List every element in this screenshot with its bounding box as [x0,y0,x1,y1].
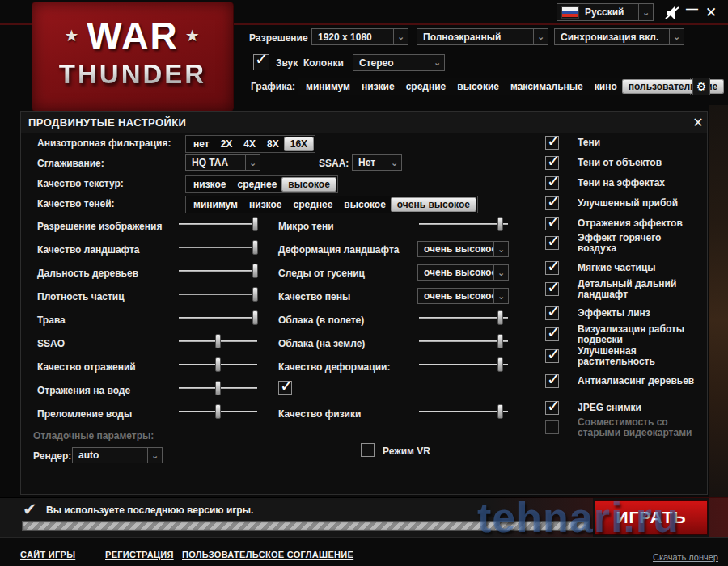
improved-surf-checkbox[interactable] [545,196,559,210]
user-agreement-link[interactable]: ПОЛЬЗОВАТЕЛЬСКОЕ СОГЛАШЕНИЕ [182,550,353,560]
landscape-quality-slider[interactable] [179,240,257,255]
checkbox-label[interactable]: Эффект горячего воздуха [578,233,697,254]
texture-quality-control: низкое среднее высокое [185,175,338,193]
play-button[interactable]: ИГРАТЬ [595,500,708,535]
mute-sound-icon[interactable] [664,5,680,21]
grass-slider[interactable] [179,310,257,325]
slider-handle[interactable] [252,217,258,231]
shadow-option[interactable]: минимум [188,198,243,211]
render-select[interactable]: auto ⌄ [72,447,163,463]
land-deformation-select[interactable]: очень высокое ⌄ [417,241,509,257]
checkbox-label[interactable]: Тени на эффектах [578,178,705,188]
preset-option[interactable]: средние [400,80,452,93]
suspension-visualization-checkbox[interactable] [545,327,559,341]
slider-handle[interactable] [215,381,221,395]
effect-reflections-checkbox[interactable] [545,217,559,230]
checkbox-label[interactable]: Антиалиасинг деревьев [578,376,713,386]
checkbox-label[interactable]: Тени от объектов [578,158,705,168]
track-marks-select[interactable]: очень высокое ⌄ [417,264,509,281]
download-launcher-link[interactable]: Скачать лончер [653,552,718,562]
slider-handle[interactable] [497,334,503,348]
checkbox-label[interactable]: Улучшенный прибой [578,198,705,209]
ssaa-select[interactable]: Нет ⌄ [352,154,402,171]
texture-option-selected[interactable]: высокое [282,178,335,191]
checkbox-label[interactable]: Визуализация работы подвески [578,324,697,345]
improved-vegetation-checkbox[interactable] [545,349,559,363]
foam-quality-select[interactable]: очень высокое ⌄ [417,288,509,304]
slider-handle[interactable] [252,240,258,255]
anisotropy-option-selected[interactable]: 16X [285,137,313,150]
checkbox-label[interactable]: Тени [578,137,705,148]
preset-option[interactable]: высокие [451,80,505,93]
game-site-link[interactable]: САЙТ ИГРЫ [20,550,75,560]
slider-handle[interactable] [497,404,503,419]
shadow-option[interactable]: низкое [243,198,287,211]
checkbox-label[interactable]: Мягкие частицы [578,263,705,273]
shadow-option[interactable]: среднее [287,198,338,211]
sound-checkbox[interactable] [253,54,269,70]
resolution-label: Разрешение [249,32,308,44]
effect-shadows-checkbox[interactable] [545,176,559,190]
speakers-select[interactable]: Стерео ⌄ [353,54,445,71]
old-gpu-compatibility-checkbox[interactable] [545,420,559,434]
resolution-select[interactable]: 1920 x 1080 ⌄ [311,28,408,45]
particle-density-slider[interactable] [179,287,257,302]
preset-option[interactable]: максимальные [505,80,589,93]
checkbox-label[interactable]: Улучшенная растительность [578,346,697,367]
unnamed-mid-checkbox[interactable] [278,381,292,395]
reflection-quality-slider[interactable] [179,357,257,372]
slider-handle[interactable] [497,310,503,325]
language-select[interactable]: Русский ⌄ [557,3,654,21]
hot-air-effect-checkbox[interactable] [545,236,559,250]
antialiasing-select[interactable]: HQ TAA ⌄ [185,154,260,171]
preset-option[interactable]: низкие [356,80,400,93]
preset-option[interactable]: минимум [300,80,356,93]
texture-option[interactable]: среднее [231,178,282,191]
close-button[interactable]: ✕ [705,4,717,21]
anisotropy-option[interactable]: 8X [261,137,285,150]
anisotropy-option[interactable]: 2X [215,137,239,150]
slider-handle[interactable] [215,334,221,348]
detailed-distant-landscape-checkbox[interactable] [545,282,559,296]
slider-handle[interactable] [252,310,258,325]
checkbox-label[interactable]: Эффекты линз [578,308,705,319]
checkbox-label[interactable]: Детальный дальний ландшафт [578,279,697,300]
shadow-option-selected[interactable]: очень высокое [392,198,476,211]
soft-particles-checkbox[interactable] [545,261,559,275]
panel-close-icon[interactable]: ✕ [689,113,707,131]
clouds-ground-slider[interactable] [419,334,508,348]
tree-distance-slider[interactable] [179,264,257,278]
water-refraction-slider[interactable] [179,404,257,419]
display-mode-select[interactable]: Полноэкранный ⌄ [417,28,548,45]
shadows-checkbox[interactable] [545,136,559,150]
clouds-flight-slider[interactable] [419,310,508,325]
jpeg-screenshots-checkbox[interactable] [545,401,559,415]
image-resolution-slider[interactable] [179,217,257,231]
minimize-button[interactable]: — [686,2,698,15]
slider-handle[interactable] [215,404,221,419]
preset-option[interactable]: кино [589,80,623,93]
vsync-select[interactable]: Синхронизация вкл. ⌄ [554,28,684,45]
lens-effects-checkbox[interactable] [545,306,559,320]
checkbox-label[interactable]: JPEG снимки [578,403,705,413]
object-shadows-checkbox[interactable] [545,156,559,170]
slider-handle[interactable] [497,217,503,231]
registration-link[interactable]: РЕГИСТРАЦИЯ [105,550,174,560]
slider-handle[interactable] [497,357,503,372]
graphics-settings-gear-button[interactable]: ⚙ [692,78,710,95]
ssao-slider[interactable] [179,334,257,348]
shadow-option[interactable]: высокое [338,198,391,211]
vr-mode-checkbox[interactable] [361,443,375,457]
slider-handle[interactable] [252,264,258,278]
checkbox-label[interactable]: Отражения эффектов [578,218,705,229]
water-reflections-slider[interactable] [179,381,257,395]
tree-antialiasing-checkbox[interactable] [545,374,559,388]
anisotropy-option[interactable]: 4X [238,137,261,150]
slider-handle[interactable] [252,287,258,302]
physics-quality-slider[interactable] [419,404,508,419]
slider-handle[interactable] [215,357,221,372]
anisotropy-option[interactable]: нет [188,137,215,150]
deformation-quality-slider[interactable] [419,357,508,372]
micro-shadows-slider[interactable] [419,217,508,231]
texture-option[interactable]: низкое [188,178,231,191]
